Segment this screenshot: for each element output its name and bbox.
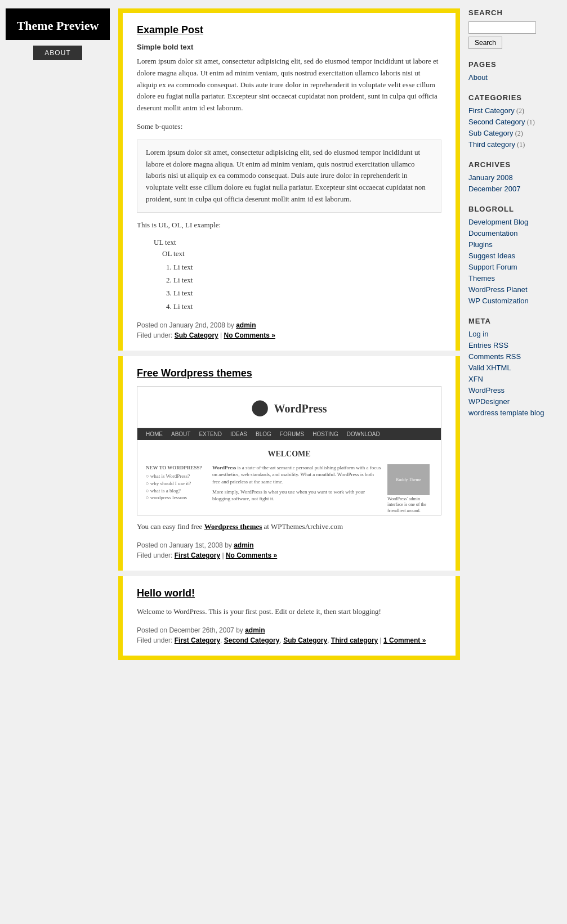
sidebar-blogroll-list: Development Blog Documentation Plugins S… [468, 218, 561, 306]
meta-3[interactable]: Comments RSS [468, 352, 521, 361]
list-item: Li text [173, 300, 441, 313]
sidebar-cat-2-count: (1) [527, 118, 535, 126]
meta-2[interactable]: Entries RSS [468, 341, 508, 349]
sidebar-meta-item: WPDesigner [468, 397, 561, 406]
wp-body-content: WELCOME NEW TO WORDPRESS? ○ what is Word… [137, 440, 441, 515]
sidebar-cat-1[interactable]: First Category [468, 106, 515, 115]
post-2-comments[interactable]: No Comments » [226, 551, 277, 559]
blogroll-6[interactable]: Themes [468, 274, 495, 282]
post-3-cat-3[interactable]: Sub Category [283, 636, 327, 644]
wp-screenshot-thumb: Buddy Theme WordPress' admin interface i… [387, 464, 432, 514]
logo-text: Theme Preview [17, 19, 99, 33]
sidebar-blogroll-item: WP Customization [468, 297, 561, 306]
sidebar-page-item: About [468, 73, 561, 82]
sidebar-meta-list: Log in Entries RSS Comments RSS Valid XH… [468, 330, 561, 418]
sidebar-archive-item: January 2008 [468, 173, 561, 182]
post-3-date: December 26th, 2007 [169, 626, 234, 634]
blogroll-2[interactable]: Documentation [468, 229, 517, 237]
blogroll-4[interactable]: Suggest Ideas [468, 252, 515, 260]
post-3-filed-under: Filed under: First Category, Second Cate… [137, 636, 441, 644]
sidebar-meta-item: WordPress [468, 386, 561, 395]
post-1-ol-header: OL text [162, 249, 441, 258]
post-3-cat-2[interactable]: Second Category [224, 636, 280, 644]
sidebar-meta-item: Comments RSS [468, 352, 561, 361]
post-1-ul-item: UL text [154, 238, 441, 247]
meta-4[interactable]: Valid XHTML [468, 364, 511, 372]
wp-main-text: WordPress is a state-of-the-art semantic… [212, 464, 383, 514]
sidebar-search-section: SEARCH Search [468, 8, 561, 49]
post-2-category[interactable]: First Category [175, 551, 220, 559]
post-1-category[interactable]: Sub Category [175, 331, 218, 339]
blogroll-1[interactable]: Development Blog [468, 218, 528, 226]
meta-1[interactable]: Log in [468, 330, 488, 338]
post-2-date: January 1st, 2008 [169, 541, 222, 549]
sidebar-archive-2[interactable]: December 2007 [468, 185, 521, 193]
list-item: Li text [173, 261, 441, 273]
post-3-author[interactable]: admin [245, 626, 265, 634]
sidebar-page-about[interactable]: About [468, 73, 488, 82]
blogroll-5[interactable]: Support Forum [468, 263, 517, 271]
sidebar-categories-title: CATEGORIES [468, 93, 561, 102]
sidebar-blogroll-item: Support Forum [468, 263, 561, 272]
search-input[interactable] [468, 21, 536, 34]
sidebar-cat-1-count: (2) [516, 107, 524, 115]
sidebar-meta-item: wordress template blog [468, 409, 561, 418]
wp-circle-icon: ⬤ [251, 398, 269, 416]
wp-logo-area: ⬤ WordPress [137, 387, 441, 428]
sidebar-archive-1[interactable]: January 2008 [468, 173, 513, 182]
sidebar-archive-item: December 2007 [468, 185, 561, 194]
meta-5[interactable]: XFN [468, 375, 483, 383]
sidebar-blogroll-section: BLOGROLL Development Blog Documentation … [468, 205, 561, 306]
wp-nav: HOME ABOUT EXTEND IDEAS BLOG FORUMS HOST… [137, 428, 441, 440]
meta-6[interactable]: WordPress [468, 386, 505, 394]
meta-7[interactable]: WPDesigner [468, 397, 510, 406]
post-1-ol: OL text Li text Li text Li text Li text [162, 249, 441, 313]
blogroll-7[interactable]: WordPress Planet [468, 285, 528, 294]
post-2-filed-under: Filed under: First Category | No Comment… [137, 551, 441, 559]
meta-8[interactable]: wordress template blog [468, 409, 544, 417]
sidebar-categories-list: First Category (2) Second Category (1) S… [468, 106, 561, 149]
about-button[interactable]: ABOUT [33, 46, 82, 60]
post-1: Example Post Simple bold text Lorem ipsu… [118, 8, 460, 351]
blogroll-8[interactable]: WP Customization [468, 297, 529, 305]
list-item: Li text [173, 273, 441, 286]
post-1-bquote-label: Some b-quotes: [137, 121, 441, 133]
sidebar-pages-section: PAGES About [468, 60, 561, 82]
sidebar-cat-4-count: (1) [517, 141, 525, 149]
sidebar-category-item: First Category (2) [468, 106, 561, 115]
sidebar: SEARCH Search PAGES About CATEGORIES Fir… [468, 8, 561, 666]
sidebar-meta-item: Log in [468, 330, 561, 339]
sidebar-meta-item: Valid XHTML [468, 364, 561, 373]
post-3-body: Welcome to WordPress. This is your first… [137, 606, 441, 618]
post-3-comments[interactable]: 1 Comment » [383, 636, 426, 644]
post-3-cat-1[interactable]: First Category [175, 636, 220, 644]
sidebar-meta-item: XFN [468, 375, 561, 384]
sidebar-cat-2[interactable]: Second Category [468, 118, 525, 126]
post-1-author[interactable]: admin [236, 321, 256, 329]
post-1-blockquote: Lorem ipsum dolor sit amet, consectetur … [137, 140, 441, 213]
wordpress-screenshot: ⬤ WordPress HOME ABOUT EXTEND IDEAS BLOG… [137, 386, 441, 515]
sidebar-category-item: Third category (1) [468, 140, 561, 149]
sidebar-category-item: Second Category (1) [468, 118, 561, 127]
sidebar-archives-section: ARCHIVES January 2008 December 2007 [468, 160, 561, 194]
blogroll-3[interactable]: Plugins [468, 240, 493, 249]
post-1-list: UL text OL text Li text Li text Li text … [148, 238, 441, 313]
search-button[interactable]: Search [468, 37, 502, 49]
post-3-title: Hello world! [137, 587, 441, 599]
sidebar-blogroll-item: Themes [468, 274, 561, 283]
sidebar-cat-3[interactable]: Sub Category [468, 129, 514, 137]
list-item: Li text [173, 286, 441, 299]
post-1-comments[interactable]: No Comments » [224, 331, 275, 339]
sidebar-blogroll-item: Development Blog [468, 218, 561, 227]
sidebar-cat-4[interactable]: Third category [468, 140, 515, 149]
post-1-date: January 2nd, 2008 [169, 321, 225, 329]
sidebar-blogroll-item: Plugins [468, 240, 561, 249]
wp-logo-text: WordPress [274, 402, 327, 415]
sidebar-pages-title: PAGES [468, 60, 561, 69]
post-2-author[interactable]: admin [234, 541, 253, 549]
sidebar-meta-section: META Log in Entries RSS Comments RSS Val… [468, 317, 561, 418]
sidebar-category-item: Sub Category (2) [468, 129, 561, 138]
post-2-link[interactable]: Wordpress themes [204, 522, 262, 531]
wp-sidebar: NEW TO WORDPRESS? ○ what is WordPress? ○… [146, 464, 208, 514]
post-3-cat-4[interactable]: Third category [331, 636, 378, 644]
